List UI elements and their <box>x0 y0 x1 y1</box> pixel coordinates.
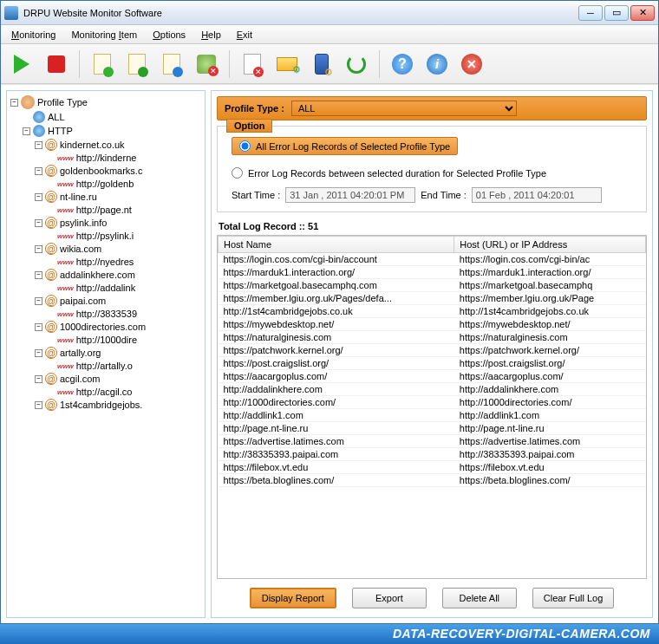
radio-duration-input[interactable] <box>232 167 243 179</box>
collapse-icon[interactable]: − <box>35 271 42 279</box>
exit-button[interactable]: ✕ <box>456 49 487 80</box>
delete-all-button[interactable]: Delete All <box>442 588 517 608</box>
profile-type-select[interactable]: ALL <box>291 101 517 116</box>
minimize-button[interactable]: ─ <box>578 5 603 21</box>
tree-host[interactable]: −@addalinkhere.com <box>35 268 203 282</box>
table-row[interactable]: https://naturalginesis.comhttps://natura… <box>219 331 646 344</box>
collapse-icon[interactable]: − <box>35 141 42 149</box>
table-row[interactable]: https://marduk1.interaction.org/https://… <box>219 266 646 279</box>
close-button[interactable]: ✕ <box>630 5 655 21</box>
log-panel: Profile Type : ALL Option All Error Log … <box>211 90 653 618</box>
at-icon: @ <box>45 347 57 359</box>
tree-root[interactable]: −Profile Type <box>10 94 203 110</box>
help-button[interactable]: ? <box>387 49 418 80</box>
table-row[interactable]: https://beta.bloglines.com/https://beta.… <box>219 474 646 487</box>
table-row[interactable]: https://filebox.vt.eduhttps://filebox.vt… <box>219 461 646 474</box>
table-row[interactable]: http://1st4cambridgejobs.co.ukhttp://1st… <box>219 305 646 318</box>
table-row[interactable]: http://addlink1.comhttp://addlink1.com <box>219 409 646 422</box>
add-item-button[interactable] <box>121 49 153 80</box>
collapse-icon[interactable]: − <box>35 245 42 253</box>
tree-url[interactable]: wwwhttp://page.nt <box>47 204 203 216</box>
cell-host: http://1st4cambridgejobs.co.uk <box>219 305 454 318</box>
table-row[interactable]: https://mywebdesktop.net/https://mywebde… <box>219 318 646 331</box>
stop-button[interactable] <box>41 49 72 80</box>
profile-tree: −Profile Type ALL −HTTP −@kindernet.co.u… <box>9 94 203 412</box>
tree-url[interactable]: wwwhttp://psylink.i <box>47 230 203 242</box>
refresh-button[interactable] <box>341 49 372 80</box>
titlebar[interactable]: DRPU Website Monitor Software ─ ▭ ✕ <box>1 1 658 25</box>
table-row[interactable]: https://login.cos.com/cgi-bin/accounthtt… <box>219 253 646 266</box>
play-button[interactable] <box>6 49 37 80</box>
tree-url[interactable]: wwwhttp://1000dire <box>47 334 203 346</box>
tree-url[interactable]: wwwhttp://3833539 <box>47 308 203 320</box>
log-table-wrap[interactable]: Host Name Host (URL) or IP Address https… <box>217 235 647 579</box>
tree-host[interactable]: −@nt-line.ru <box>35 190 203 204</box>
tree-url[interactable]: wwwhttp://addalink <box>47 282 203 294</box>
radio-duration[interactable]: Error Log Records between selected durat… <box>232 167 637 179</box>
tree-host[interactable]: −@kindernet.co.uk <box>35 138 203 152</box>
tree-host[interactable]: −@psylink.info <box>35 216 203 230</box>
collapse-icon[interactable]: − <box>35 349 42 357</box>
menu-monitoring-item[interactable]: Monitoring Item <box>64 28 144 42</box>
tree-host[interactable]: −@1st4cambridgejobs. <box>35 398 203 412</box>
profile-selector-row: Profile Type : ALL <box>217 96 647 120</box>
collapse-icon[interactable]: − <box>35 193 42 201</box>
tree-host[interactable]: −@wikia.com <box>35 242 203 256</box>
col-host-name[interactable]: Host Name <box>219 237 454 253</box>
tree-url[interactable]: wwwhttp://acgil.co <box>47 386 203 398</box>
tree-url[interactable]: wwwhttp://kinderne <box>47 152 203 164</box>
collapse-icon[interactable]: − <box>35 401 42 409</box>
log-button[interactable] <box>237 49 268 80</box>
menu-exit[interactable]: Exit <box>230 28 259 42</box>
tree-host[interactable]: −@acgil.com <box>35 372 203 386</box>
menu-options[interactable]: Options <box>146 28 192 42</box>
export-button[interactable]: Export <box>352 588 427 608</box>
delete-button[interactable] <box>191 49 222 80</box>
menu-help[interactable]: Help <box>194 28 228 42</box>
tree-host[interactable]: −@goldenbookmarks.c <box>35 164 203 178</box>
add-profile-button[interactable] <box>87 49 118 80</box>
collapse-icon[interactable]: − <box>35 219 42 227</box>
tree-url[interactable]: wwwhttp://artally.o <box>47 360 203 372</box>
table-row[interactable]: https://aacargoplus.com/https://aacargop… <box>219 370 646 383</box>
table-row[interactable]: http://1000directories.com/http://1000di… <box>219 396 646 409</box>
tree-http[interactable]: −HTTP <box>23 124 203 138</box>
tree-url[interactable]: wwwhttp://nyedres <box>47 256 203 268</box>
tree-url[interactable]: wwwhttp://goldenb <box>47 178 203 190</box>
menu-monitoring[interactable]: Monitoring <box>4 28 62 42</box>
cell-url: https://post.craigslist.org/ <box>454 357 646 370</box>
table-row[interactable]: https://marketgoal.basecamphq.comhttps:/… <box>219 279 646 292</box>
display-report-button[interactable]: Display Report <box>250 588 336 608</box>
collapse-icon[interactable]: − <box>23 127 30 135</box>
end-time-input[interactable] <box>472 187 602 203</box>
collapse-icon[interactable]: − <box>10 99 18 107</box>
edit-button[interactable] <box>156 49 187 80</box>
about-button[interactable]: i <box>421 49 453 80</box>
table-row[interactable]: http://addalinkhere.comhttp://addalinkhe… <box>219 383 646 396</box>
table-row[interactable]: http://38335393.paipai.comhttp://3833539… <box>219 448 646 461</box>
clear-full-log-button[interactable]: Clear Full Log <box>532 588 614 608</box>
collapse-icon[interactable]: − <box>35 167 42 175</box>
maximize-button[interactable]: ▭ <box>604 5 629 21</box>
radio-all-errors[interactable]: All Error Log Records of Selected Profil… <box>232 137 458 155</box>
table-row[interactable]: https://member.lgiu.org.uk/Pages/defa...… <box>219 292 646 305</box>
table-row[interactable]: https://post.craigslist.org/https://post… <box>219 357 646 370</box>
mail-settings-button[interactable] <box>271 49 303 80</box>
radio-all-errors-input[interactable] <box>239 140 251 152</box>
toolbar-separator <box>229 50 230 78</box>
collapse-icon[interactable]: − <box>35 323 42 331</box>
collapse-icon[interactable]: − <box>35 297 42 305</box>
table-row[interactable]: https://advertise.latimes.comhttps://adv… <box>219 435 646 448</box>
tree-host[interactable]: −@artally.org <box>35 346 203 360</box>
tree-panel[interactable]: −Profile Type ALL −HTTP −@kindernet.co.u… <box>6 90 206 618</box>
col-host-url[interactable]: Host (URL) or IP Address <box>454 237 646 253</box>
table-row[interactable]: http://page.nt-line.ruhttp://page.nt-lin… <box>219 422 646 435</box>
tree-host[interactable]: −@paipai.com <box>35 294 203 308</box>
table-row[interactable]: https://patchwork.kernel.org/https://pat… <box>219 344 646 357</box>
tree-all[interactable]: ALL <box>23 110 203 124</box>
sms-settings-button[interactable] <box>306 49 337 80</box>
collapse-icon[interactable]: − <box>35 375 42 383</box>
start-time-input[interactable] <box>285 187 415 203</box>
tree-host[interactable]: −@1000directories.com <box>35 320 203 334</box>
tree-url-label: http://artally.o <box>76 361 133 371</box>
